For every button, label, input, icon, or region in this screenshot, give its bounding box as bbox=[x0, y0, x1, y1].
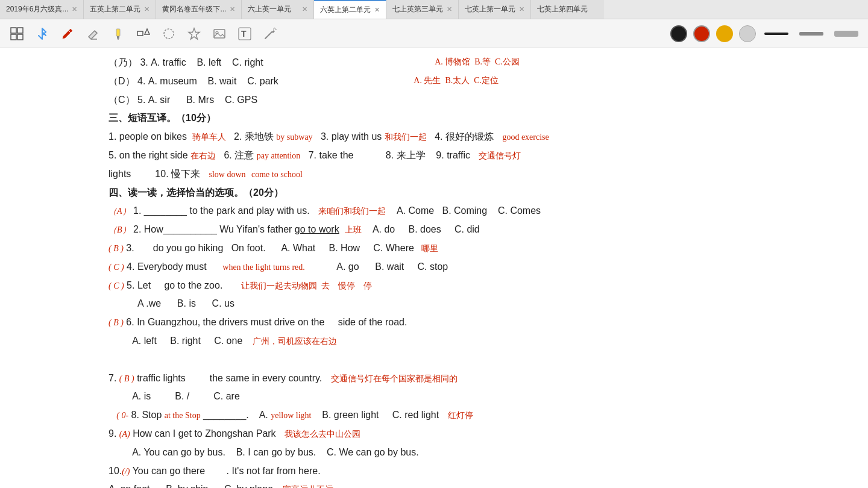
tab-2-close[interactable]: ✕ bbox=[144, 5, 149, 13]
hw-q3: 哪里 bbox=[421, 244, 438, 253]
hw-q7: 交通信号灯在每个国家都是相同的 bbox=[331, 374, 458, 383]
tab-bar: 2019年6月六级真... ✕ 五英上第二单元 ✕ 黄冈名卷五年级下... ✕ … bbox=[0, 0, 868, 19]
star-icon[interactable] bbox=[184, 24, 204, 43]
q1-answer: （A） bbox=[108, 207, 131, 216]
svg-text:T: T bbox=[241, 29, 247, 39]
q8: ( 0- 8. Stop at the Stop ________. A. ye… bbox=[108, 407, 844, 424]
line-medium[interactable] bbox=[799, 32, 823, 36]
items-5-9: 5. on the right side 在右边 6. 注意 pay atten… bbox=[108, 147, 844, 164]
tab-5[interactable]: 六英上第二单元 ✕ bbox=[314, 0, 386, 19]
hw-slowdown: slow down bbox=[209, 170, 246, 179]
hw-trafficlights: 交通信号灯 bbox=[479, 151, 521, 160]
color-yellow[interactable] bbox=[716, 25, 733, 42]
tab-5-close[interactable]: ✕ bbox=[374, 6, 380, 14]
q8-answer: ( 0- bbox=[116, 411, 128, 420]
line-3: （乃） 3. A. traffic B. left C. right A. 博物… bbox=[108, 54, 844, 72]
blank-line bbox=[108, 351, 844, 369]
color-black[interactable] bbox=[670, 25, 687, 42]
q2: （B） 2. How__________ Wu Yifan's father g… bbox=[108, 221, 844, 239]
text-icon[interactable]: T bbox=[235, 24, 254, 43]
q3: ( B ) 3. do you go hiking On foot. A. Wh… bbox=[108, 240, 844, 257]
svg-line-19 bbox=[274, 28, 275, 29]
q7: 7. ( B ) traffic lights the same in ever… bbox=[108, 370, 844, 387]
tab-3[interactable]: 黄冈名卷五年级下... ✕ bbox=[156, 0, 242, 19]
hw-q8: 红灯停 bbox=[448, 411, 473, 420]
q6: ( B ) 6. In Guangzhou, the drivers must … bbox=[108, 314, 844, 331]
q10-answer: (/) bbox=[122, 467, 130, 476]
lights-10: lights 10. 慢下来 slow down come to school bbox=[108, 166, 844, 183]
q5-answer: ( C ) bbox=[108, 281, 124, 290]
q9-answer: (A) bbox=[119, 430, 130, 439]
svg-line-15 bbox=[265, 32, 272, 39]
svg-rect-5 bbox=[117, 36, 119, 39]
hw-q2: 上班 bbox=[345, 225, 362, 234]
svg-marker-8 bbox=[145, 29, 149, 34]
tab-1[interactable]: 2019年6月六级真... ✕ bbox=[0, 0, 84, 19]
tab-4-close[interactable]: ✕ bbox=[302, 5, 307, 13]
q4: ( C ) 4. Everybody must when the light t… bbox=[108, 258, 844, 276]
tab-6-close[interactable]: ✕ bbox=[447, 5, 452, 13]
q10-opts: A. on foot B. by ship C. by plane 完高远儿不远 bbox=[108, 481, 844, 488]
color-red[interactable] bbox=[693, 25, 710, 42]
highlighter-icon[interactable] bbox=[108, 24, 128, 43]
svg-rect-2 bbox=[11, 34, 16, 40]
eraser-icon[interactable] bbox=[83, 24, 102, 43]
lasso-icon[interactable] bbox=[159, 24, 178, 43]
color-gray[interactable] bbox=[739, 25, 756, 42]
image-icon[interactable] bbox=[210, 24, 229, 43]
q2-answer: （B） bbox=[108, 225, 131, 234]
q6-answer: ( B ) bbox=[108, 318, 124, 327]
annotation-4: A. 先生 B.太人 C.定位 bbox=[414, 76, 498, 85]
shapes-icon[interactable] bbox=[134, 24, 153, 43]
tab-7-label: 七英上第一单元 bbox=[465, 4, 515, 14]
svg-rect-3 bbox=[17, 34, 23, 40]
q3-answer: ( B ) bbox=[108, 244, 124, 253]
line-4: （D） 4. A. museum B. wait C. park A. 先生 B… bbox=[108, 73, 844, 90]
tab-3-close[interactable]: ✕ bbox=[230, 5, 235, 13]
section-4: 四、读一读，选择恰当的选项。（20分） bbox=[108, 184, 844, 202]
line-4-text: （D） 4. A. museum B. wait C. park bbox=[108, 76, 278, 86]
svg-marker-16 bbox=[272, 30, 275, 33]
panel-icon[interactable] bbox=[7, 24, 27, 43]
line-thick[interactable] bbox=[834, 31, 858, 37]
tab-3-label: 黄冈名卷五年级下... bbox=[162, 4, 226, 14]
line-3-text: （乃） 3. A. traffic B. left C. right bbox=[108, 57, 263, 67]
section-4-heading: 四、读一读，选择恰当的选项。（20分） bbox=[108, 187, 283, 198]
hw-play: 和我们一起 bbox=[385, 133, 427, 142]
pen-icon[interactable] bbox=[58, 24, 77, 43]
hw-attention: pay attention bbox=[257, 151, 301, 160]
line-thin[interactable] bbox=[764, 33, 788, 35]
hw-q4-when: when the light turns red. bbox=[222, 263, 304, 272]
hw-q1: 来咱们和我们一起 bbox=[318, 207, 386, 216]
section-3-heading: 三、短语互译。（10分） bbox=[108, 113, 216, 123]
hw-yellow: yellow light bbox=[271, 411, 311, 420]
tab-4[interactable]: 六上英一单元 ✕ bbox=[242, 0, 314, 19]
svg-rect-0 bbox=[11, 28, 16, 33]
q7-answer: ( B ) bbox=[119, 374, 134, 383]
tab-4-label: 六上英一单元 bbox=[248, 4, 298, 14]
svg-rect-1 bbox=[17, 28, 23, 33]
tab-7[interactable]: 七英上第一单元 ✕ bbox=[459, 0, 531, 19]
tab-2[interactable]: 五英上第二单元 ✕ bbox=[84, 0, 156, 19]
svg-rect-4 bbox=[116, 29, 120, 36]
items-1-4-text: 1. people on bikes 骑单车人 2. 乘地铁 by subway… bbox=[108, 131, 494, 142]
q1: （A） 1. ________ to the park and play wit… bbox=[108, 202, 844, 220]
tab-7-close[interactable]: ✕ bbox=[519, 5, 524, 13]
q5-opts: A .we B. is C. us bbox=[108, 295, 844, 313]
line-5: （C） 5. A. sir B. Mrs C. GPS bbox=[108, 92, 844, 109]
magic-icon[interactable] bbox=[260, 24, 280, 43]
q5: ( C ) 5. Let go to the zoo. 让我们一起去动物园 去 … bbox=[108, 277, 844, 295]
tab-6[interactable]: 七上英第三单元 ✕ bbox=[386, 0, 459, 19]
bluetooth-icon[interactable] bbox=[33, 24, 52, 43]
svg-marker-10 bbox=[189, 28, 200, 39]
line-5-text: （C） 5. A. sir B. Mrs C. GPS bbox=[108, 95, 257, 105]
tab-8[interactable]: 七英上第四单元 bbox=[531, 0, 603, 19]
annotation-3: A. 博物馆 B.等 C.公园 bbox=[435, 57, 520, 66]
q9-opts: A. You can go by bus. B. I can go by bus… bbox=[108, 444, 844, 461]
tab-1-close[interactable]: ✕ bbox=[72, 5, 77, 13]
q9: 9. (A) How can I get to Zhongshan Park 我… bbox=[108, 425, 844, 443]
svg-rect-7 bbox=[137, 31, 143, 36]
q2-underlined: go to work bbox=[295, 224, 339, 234]
hw-right: 在右边 bbox=[190, 151, 216, 160]
q6-opts: A. left B. right C. one 广州，司机应该在右边 bbox=[108, 333, 844, 350]
